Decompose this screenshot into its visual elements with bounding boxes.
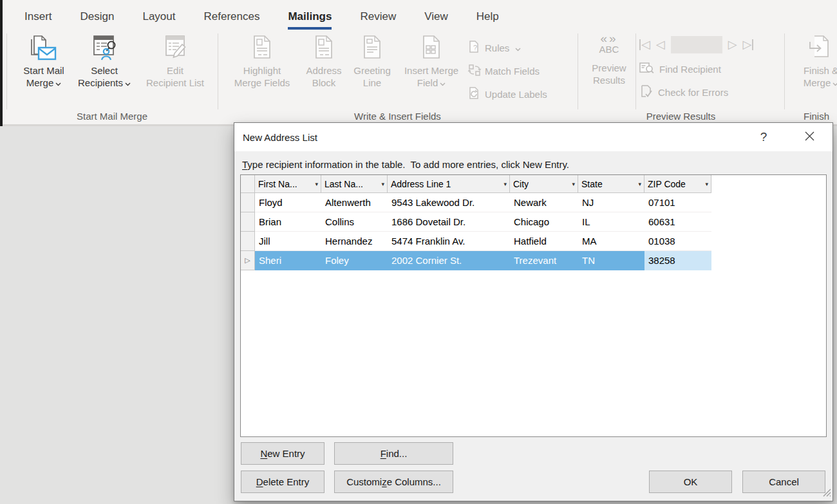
first-record-button: ◁: [639, 37, 650, 51]
start-mail-merge-button[interactable]: Start Mail Merge: [15, 32, 72, 89]
table-cell[interactable]: Altenwerth: [321, 193, 388, 212]
find-button[interactable]: Find...: [334, 442, 453, 465]
select-recipients-button[interactable]: Select Recipients: [72, 32, 136, 89]
check-errors-icon: [639, 84, 654, 100]
page-lines-icon: [249, 32, 275, 64]
table-cell[interactable]: 5474 Franklin Av.: [388, 232, 510, 251]
group-divider: [218, 33, 218, 109]
ribbon: Insert Design Layout References Mailings…: [0, 0, 837, 126]
row-selector[interactable]: [241, 193, 255, 212]
table-cell[interactable]: Jill: [255, 232, 321, 251]
column-dropdown-icon[interactable]: ▾: [572, 181, 575, 187]
help-button[interactable]: ?: [753, 127, 774, 147]
update-labels-icon: [468, 86, 481, 102]
chevron-down-icon: [440, 77, 446, 89]
group-divider: [784, 33, 785, 109]
group-label-write-insert-fields: Write & Insert Fields: [218, 111, 578, 122]
find-recipient-icon: [639, 62, 655, 77]
table-cell[interactable]: 60631: [644, 212, 711, 232]
table-cell[interactable]: Trezevant: [510, 251, 578, 270]
mail-merge-icon: [29, 32, 59, 64]
column-dropdown-icon[interactable]: ▾: [638, 181, 641, 187]
finish-merge-icon: [807, 32, 835, 64]
table-cell[interactable]: 1686 Dovetail Dr.: [388, 212, 510, 232]
rules-icon: ?: [468, 40, 481, 56]
column-header-last-name[interactable]: Last Na...▾: [321, 175, 388, 193]
selector-header-cell: [241, 175, 255, 193]
delete-entry-button[interactable]: Delete Entry: [241, 471, 324, 493]
row-selector-current[interactable]: ▷: [241, 251, 255, 270]
active-edit-cell[interactable]: 38258: [644, 251, 711, 270]
tab-design[interactable]: Design: [66, 3, 129, 30]
chevron-down-icon: [832, 77, 837, 89]
row-filler: [711, 193, 826, 212]
highlight-merge-fields-button: Highlight Merge Fields: [224, 32, 300, 89]
column-dropdown-icon[interactable]: ▾: [315, 181, 318, 187]
rules-button: ? Rules: [468, 36, 547, 59]
find-recipient-button: Find Recipient: [639, 62, 721, 77]
chevron-down-icon: [515, 42, 521, 53]
column-header-zip-code[interactable]: ZIP Code▾: [644, 175, 711, 193]
column-header-city[interactable]: City▾: [510, 175, 578, 193]
table-cell[interactable]: TN: [578, 251, 644, 270]
dialog-titlebar[interactable]: New Address List ?: [234, 123, 832, 151]
column-header-state[interactable]: State▾: [578, 175, 644, 193]
tab-help[interactable]: Help: [462, 3, 513, 30]
table-cell[interactable]: MA: [578, 232, 644, 251]
previous-record-button: ◁: [656, 37, 665, 51]
row-selector[interactable]: [241, 232, 255, 251]
table-cell[interactable]: Foley: [321, 251, 388, 270]
dialog-title: New Address List: [243, 132, 317, 143]
column-dropdown-icon[interactable]: ▾: [705, 181, 708, 187]
table-cell[interactable]: 07101: [644, 193, 711, 212]
table-cell[interactable]: Hatfield: [510, 232, 578, 251]
table-row: Jill Hernandez 5474 Franklin Av. Hatfiel…: [241, 232, 826, 251]
greeting-line-button: Greeting Line: [348, 32, 397, 89]
table-cell[interactable]: 2002 Cornier St.: [388, 251, 510, 270]
match-fields-button: Match Fields: [468, 59, 547, 82]
table-cell[interactable]: IL: [578, 212, 644, 232]
table-cell[interactable]: Collins: [321, 212, 388, 232]
table-cell[interactable]: 01038: [644, 232, 711, 251]
column-dropdown-icon[interactable]: ▾: [503, 181, 507, 187]
group-label-finish: Finish: [784, 111, 837, 122]
resize-grip[interactable]: [822, 488, 831, 499]
table-cell[interactable]: Hernandez: [321, 232, 388, 251]
row-filler: [711, 232, 826, 251]
tab-review[interactable]: Review: [346, 3, 410, 30]
row-filler: [711, 251, 826, 270]
customize-columns-button[interactable]: Customize Columns...: [334, 471, 453, 493]
column-header-address-line-1[interactable]: Address Line 1▾: [388, 175, 510, 193]
table-header-row: First Na...▾ Last Na...▾ Address Line 1▾…: [241, 175, 826, 193]
table-cell[interactable]: 9543 Lakewood Dr.: [388, 193, 510, 212]
last-record-button: ▷: [743, 37, 754, 51]
insert-merge-field-button: Insert Merge Field: [397, 32, 466, 89]
cancel-button[interactable]: Cancel: [742, 471, 825, 493]
new-entry-button[interactable]: New Entry: [241, 442, 324, 465]
table-cell[interactable]: NJ: [578, 193, 644, 212]
column-header-first-name[interactable]: First Na...▾: [255, 175, 321, 193]
row-selector[interactable]: [241, 212, 255, 232]
tab-view[interactable]: View: [410, 3, 462, 30]
column-dropdown-icon[interactable]: ▾: [381, 181, 384, 187]
ok-button[interactable]: OK: [649, 471, 732, 493]
group-divider: [6, 33, 7, 109]
table-cell[interactable]: Brian: [255, 212, 321, 232]
chevron-down-icon: [125, 77, 131, 89]
page-lines-icon: [311, 32, 337, 64]
next-record-button: ▷: [728, 37, 737, 51]
page-grid-icon: [418, 32, 444, 64]
tab-references[interactable]: References: [190, 3, 274, 30]
table-row-selected: ▷ Sheri Foley 2002 Cornier St. Trezevant…: [241, 251, 826, 270]
group-label-start-mail-merge: Start Mail Merge: [6, 111, 218, 122]
table-cell[interactable]: Chicago: [510, 212, 578, 232]
table-cell[interactable]: Newark: [510, 193, 578, 212]
write-insert-small-buttons: ? Rules Match Fields: [468, 36, 547, 106]
table-cell[interactable]: Floyd: [255, 193, 321, 212]
table-cell[interactable]: Sheri: [255, 251, 321, 270]
tab-mailings[interactable]: Mailings: [274, 3, 346, 30]
tab-layout[interactable]: Layout: [128, 3, 189, 30]
close-button[interactable]: [799, 127, 820, 147]
tab-insert[interactable]: Insert: [10, 3, 66, 30]
address-block-button: Address Block: [300, 32, 348, 89]
